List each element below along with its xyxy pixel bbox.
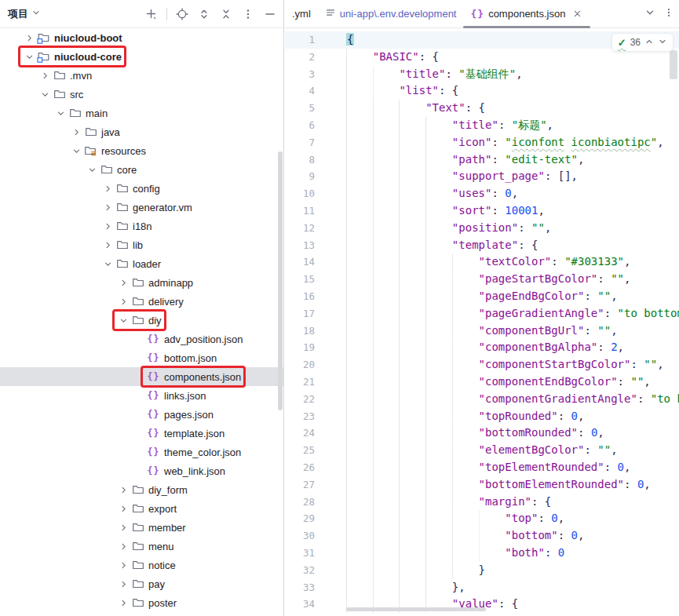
tree-item-adv-position-json[interactable]: {}adv_position.json: [0, 330, 283, 348]
tree-item--mvn[interactable]: .mvn: [0, 66, 283, 85]
code-line-3[interactable]: 3 "title": "基础组件",: [285, 66, 679, 83]
code-line-17[interactable]: 17 "pageGradientAngle": "to bottom",: [285, 305, 679, 323]
chevron-right-icon[interactable]: [101, 201, 114, 213]
code-line-9[interactable]: 9 "support_page": [],: [285, 168, 679, 185]
tree-item-theme-color-json[interactable]: {}theme_color.json: [0, 443, 283, 461]
code-line-19[interactable]: 19 "componentBgAlpha": 2,: [285, 339, 679, 356]
chevron-right-icon[interactable]: [117, 559, 130, 571]
chevron-down-icon[interactable]: [23, 50, 35, 63]
editor-horizontal-scrollbar[interactable]: [346, 607, 486, 611]
tree-item-export[interactable]: export: [0, 499, 283, 518]
code-line-20[interactable]: 20 "componentStartBgColor": "",: [285, 356, 679, 374]
tree-item-lib[interactable]: lib: [0, 235, 283, 254]
chevron-right-icon[interactable]: [117, 483, 130, 496]
code-line-25[interactable]: 25 "elementBgColor": "",: [285, 442, 679, 459]
chevron-down-icon[interactable]: [117, 314, 130, 326]
next-problem-icon[interactable]: [658, 37, 667, 49]
close-icon[interactable]: [571, 8, 583, 20]
tree-item-diy-form[interactable]: diy_form: [0, 480, 283, 499]
tab-yml[interactable]: .yml: [285, 0, 318, 28]
tree-item-member[interactable]: member: [0, 518, 283, 537]
chevron-right-icon[interactable]: [101, 239, 114, 251]
code-line-11[interactable]: 11 "sort": 10001,: [285, 202, 679, 220]
tree-item-generator-vm[interactable]: generator.vm: [0, 198, 283, 217]
chevron-right-icon[interactable]: [101, 220, 114, 232]
code-line-31[interactable]: 31 "both": 0: [285, 545, 679, 562]
collapse-all-icon[interactable]: [217, 5, 235, 23]
code-line-30[interactable]: 30 "bottom": 0,: [285, 527, 679, 545]
tree-item-notice[interactable]: notice: [0, 556, 283, 574]
code-line-32[interactable]: 32 }: [285, 562, 679, 579]
chevron-right-icon[interactable]: [117, 502, 130, 515]
code-line-5[interactable]: 5 "Text": {: [285, 100, 679, 117]
chevron-right-icon[interactable]: [117, 540, 130, 552]
chevron-right-icon[interactable]: [117, 596, 130, 609]
tree-item-template-json[interactable]: {}template.json: [0, 424, 283, 443]
code-line-8[interactable]: 8 "path": "edit-text",: [285, 151, 679, 169]
code-line-22[interactable]: 22 "componentGradientAngle": "to bottom"…: [285, 391, 679, 408]
hide-icon[interactable]: [261, 5, 279, 23]
code-line-13[interactable]: 13 "template": {: [285, 237, 679, 254]
code-line-10[interactable]: 10 "uses": 0,: [285, 185, 679, 202]
prev-problem-icon[interactable]: [644, 37, 654, 49]
chevron-down-icon[interactable]: [38, 88, 51, 100]
code-line-7[interactable]: 7 "icon": "iconfont iconbiaotipc",: [285, 134, 679, 151]
expand-all-icon[interactable]: [195, 5, 213, 23]
chevron-down-icon[interactable]: [101, 257, 114, 270]
tab-components-json[interactable]: {} components.json: [463, 0, 590, 28]
code-line-15[interactable]: 15 "pageStartBgColor": "",: [285, 271, 679, 288]
code-line-21[interactable]: 21 "componentEndBgColor": "",: [285, 374, 679, 391]
tree-item-poster[interactable]: poster: [0, 593, 283, 612]
code-line-28[interactable]: 28 "margin": {: [285, 494, 679, 511]
chevron-down-icon[interactable]: [54, 107, 67, 119]
code-line-26[interactable]: 26 "topElementRounded": 0,: [285, 459, 679, 476]
code-line-23[interactable]: 23 "topRounded": 0,: [285, 408, 679, 425]
add-icon[interactable]: [143, 5, 160, 23]
chevron-right-icon[interactable]: [70, 126, 82, 138]
more-icon[interactable]: [239, 5, 257, 23]
chevron-right-icon[interactable]: [117, 295, 130, 308]
code-line-12[interactable]: 12 "position": "",: [285, 220, 679, 237]
tab-list-chevron-icon[interactable]: [644, 7, 655, 20]
code-editor[interactable]: 1{2 "BASIC": {3 "title": "基础组件",4 "list"…: [285, 29, 679, 616]
locate-icon[interactable]: [173, 5, 191, 23]
tree-item-diy[interactable]: diy: [0, 311, 283, 330]
tree-item-pages-json[interactable]: {}pages.json: [0, 405, 283, 424]
tree-item-delivery[interactable]: delivery: [0, 292, 283, 311]
chevron-down-icon[interactable]: [70, 144, 82, 157]
chevron-right-icon[interactable]: [117, 276, 130, 289]
tree-item-resources[interactable]: resources: [0, 141, 283, 160]
code-line-6[interactable]: 6 "title": "标题",: [285, 117, 679, 134]
tree-item-links-json[interactable]: {}links.json: [0, 386, 283, 405]
code-line-16[interactable]: 16 "pageEndBgColor": "",: [285, 288, 679, 305]
more-options-icon[interactable]: [663, 7, 674, 20]
tree-item-bottom-json[interactable]: {}bottom.json: [0, 348, 283, 367]
tree-item-config[interactable]: config: [0, 179, 283, 198]
code-line-4[interactable]: 4 "list": {: [285, 82, 679, 100]
code-line-33[interactable]: 33 },: [285, 579, 679, 596]
chevron-right-icon[interactable]: [117, 521, 130, 534]
code-line-24[interactable]: 24 "bottomRounded": 0,: [285, 425, 679, 442]
code-line-18[interactable]: 18 "componentBgUrl": "",: [285, 323, 679, 340]
tree-item-loader[interactable]: loader: [0, 254, 283, 273]
editor-vertical-scrollbar[interactable]: [670, 50, 677, 79]
tree-item-web-link-json[interactable]: {}web_link.json: [0, 461, 283, 480]
tree-item-adminapp[interactable]: adminapp: [0, 273, 283, 292]
tree-item-main[interactable]: main: [0, 104, 283, 122]
chevron-right-icon[interactable]: [23, 31, 35, 44]
tree-item-menu[interactable]: menu: [0, 537, 283, 556]
tree-item-components-json[interactable]: {}components.json: [0, 367, 283, 386]
tree-item-i18n[interactable]: i18n: [0, 217, 283, 235]
code-line-14[interactable]: 14 "textColor": "#303133",: [285, 253, 679, 271]
chevron-right-icon[interactable]: [117, 578, 130, 590]
tree-item-niucloud-core[interactable]: niucloud-core: [0, 47, 283, 66]
code-line-29[interactable]: 29 "top": 0,: [285, 510, 679, 527]
project-panel-title[interactable]: 项目: [8, 7, 41, 21]
chevron-down-icon[interactable]: [86, 163, 98, 176]
project-tree-scrollbar[interactable]: [278, 151, 283, 410]
inspection-widget[interactable]: ✓ 36: [611, 33, 674, 52]
tab-env-development[interactable]: uni-app\.env.development: [318, 0, 464, 28]
tree-item-niucloud-boot[interactable]: niucloud-boot: [0, 28, 283, 47]
tree-item-src[interactable]: src: [0, 85, 283, 104]
chevron-right-icon[interactable]: [38, 69, 51, 82]
